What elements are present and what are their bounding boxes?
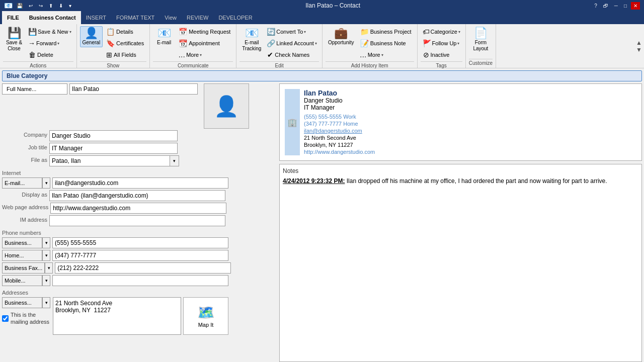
follow-up-button[interactable]: 🚩 Follow Up ▾: [421, 38, 462, 49]
form-layout-button[interactable]: 📄 FormLayout: [469, 26, 492, 53]
tags-group-label: Tags: [421, 61, 462, 68]
details-button[interactable]: 📋 Details: [104, 26, 146, 37]
biz-fax-type-button[interactable]: Business Fax...: [2, 262, 45, 274]
photo-area[interactable]: 👤: [204, 83, 249, 129]
inactive-button[interactable]: ⊘ Inactive: [421, 49, 462, 60]
maximize-button[interactable]: □: [622, 2, 629, 10]
title-bar-left: 📧 💾 ↩ ↪ ⬆ ⬇ ▾: [4, 2, 73, 10]
biz-card-email[interactable]: ilan@dangerstudio.com: [304, 128, 362, 134]
quick-up-icon[interactable]: ⬆: [47, 2, 55, 10]
fileas-input[interactable]: [49, 155, 170, 166]
title-bar: 📧 💾 ↩ ↪ ⬆ ⬇ ▾ Ilan Patao – Contact ? 🗗 ─…: [0, 0, 644, 11]
tab-developer[interactable]: DEVELOPER: [213, 11, 257, 24]
more-history-button[interactable]: … More ▾: [358, 49, 414, 60]
displayas-label: Display as: [2, 190, 47, 198]
ribbon-group-communicate: 📧 E-mail 📅 Meeting Request 📆 Appointment…: [150, 24, 236, 68]
jobtitle-input[interactable]: [49, 143, 178, 154]
history-group-label: Add History Item: [326, 61, 414, 68]
help-button[interactable]: ?: [592, 2, 599, 10]
convert-to-icon: 🔄: [267, 28, 275, 36]
phone-section: Phone numbers: [2, 229, 276, 236]
meeting-request-icon: 📅: [179, 28, 187, 36]
quick-save-icon[interactable]: 💾: [15, 2, 25, 10]
all-fields-button[interactable]: ⊞ All Fields: [104, 49, 146, 60]
email-tracking-button[interactable]: 📧 E-mailTracking: [239, 26, 264, 53]
window-title: Ilan Patao – Contact: [73, 2, 592, 9]
im-input[interactable]: [49, 215, 225, 226]
email-input[interactable]: [52, 177, 228, 189]
mobile-type-arrow[interactable]: ▾: [42, 275, 50, 286]
quick-undo-icon[interactable]: ↩: [27, 2, 35, 10]
minimize-button[interactable]: ─: [612, 2, 620, 10]
address-row: Business... ▾ This is the mailing addres…: [2, 297, 276, 335]
address-type-arrow[interactable]: ▾: [42, 297, 50, 308]
business-phone-type-arrow[interactable]: ▾: [42, 237, 50, 248]
save-new-arrow: ▾: [69, 30, 71, 34]
linked-account-label: Linked Account: [276, 40, 314, 46]
fullname-input[interactable]: [69, 83, 198, 95]
biz-card-website[interactable]: http://www.dangerstudio.com: [304, 149, 375, 155]
business-phone-input[interactable]: [52, 237, 228, 248]
home-phone-type-button[interactable]: Home...: [2, 250, 42, 261]
email-button[interactable]: 📧 E-mail: [153, 26, 175, 47]
tab-view[interactable]: View: [159, 11, 182, 24]
fullname-button[interactable]: Full Name...: [2, 83, 67, 95]
quick-redo-icon[interactable]: ↪: [37, 2, 45, 10]
delete-button[interactable]: 🗑 Delete: [26, 49, 73, 60]
communicate-group-label: Communicate: [153, 61, 233, 68]
check-names-icon: ✔: [267, 51, 273, 59]
biz-fax-type-arrow[interactable]: ▾: [45, 262, 53, 274]
map-button[interactable]: 🗺️ Map It: [183, 297, 228, 335]
more-communicate-button[interactable]: … More ▾: [176, 49, 233, 60]
follow-up-icon: 🚩: [423, 39, 431, 47]
quick-down-icon[interactable]: ⬇: [57, 2, 65, 10]
certificates-button[interactable]: 🔖 Certificates: [104, 38, 146, 49]
convert-to-button[interactable]: 🔄 Convert To ▾: [265, 26, 319, 37]
meeting-request-button[interactable]: 📅 Meeting Request: [176, 26, 233, 37]
address-textarea[interactable]: 21 North Second Ave Brooklyn, NY 11227: [53, 297, 181, 335]
forward-button[interactable]: → Forward ▾: [26, 38, 73, 49]
email-type-arrow[interactable]: ▾: [42, 177, 50, 189]
mobile-type-button[interactable]: Mobile...: [2, 275, 42, 286]
general-button[interactable]: 👤 General: [80, 26, 103, 47]
home-phone-type-arrow[interactable]: ▾: [42, 250, 50, 261]
webpage-input[interactable]: [50, 203, 226, 214]
save-close-button[interactable]: 💾 Save &Close: [3, 26, 25, 53]
opportunity-button[interactable]: 💼 Opportunity: [326, 26, 357, 47]
follow-up-label: Follow Up: [432, 40, 457, 46]
ribbon-group-show: 👤 General 📋 Details 🔖 Certificates ⊞ All…: [77, 24, 150, 68]
company-input[interactable]: [49, 130, 178, 141]
tab-format-text[interactable]: FORMAT TEXT: [111, 11, 159, 24]
biz-fax-row: Business Fax... ▾: [2, 262, 276, 274]
category-bar: Blue Category: [2, 70, 642, 81]
tab-business-contact[interactable]: Business Contact: [24, 11, 81, 24]
save-new-button[interactable]: 💾 Save & New ▾: [26, 26, 73, 37]
business-note-button[interactable]: 📝 Business Note: [358, 38, 414, 49]
home-phone-input[interactable]: [52, 250, 228, 261]
categorize-button[interactable]: 🏷 Categorize ▾: [421, 26, 462, 37]
biz-fax-input[interactable]: [55, 262, 231, 274]
quick-more-icon[interactable]: ▾: [67, 2, 73, 10]
tab-insert[interactable]: INSERT: [81, 11, 111, 24]
ribbon-scroll-button[interactable]: ▲▼: [636, 39, 642, 53]
business-phone-type-button[interactable]: Business...: [2, 237, 42, 248]
tab-file[interactable]: FILE: [2, 11, 24, 24]
email-type-button[interactable]: E-mail...: [2, 177, 42, 189]
linked-account-button[interactable]: 🔗 Linked Account ▾: [265, 38, 319, 49]
close-button[interactable]: ✕: [631, 2, 640, 10]
check-names-button[interactable]: ✔ Check Names: [265, 49, 319, 60]
mobile-input[interactable]: [52, 275, 228, 286]
biz-card-phone-work: (555) 555-5555 Work: [304, 114, 356, 120]
fileas-dropdown-button[interactable]: ▾: [170, 155, 179, 166]
appointment-button[interactable]: 📆 Appointment: [176, 38, 233, 49]
more-communicate-icon: …: [178, 51, 185, 59]
restore-button[interactable]: 🗗: [601, 2, 610, 10]
linked-account-arrow: ▾: [315, 41, 317, 46]
map-label: Map It: [198, 322, 214, 328]
displayas-input[interactable]: [49, 190, 225, 201]
forward-icon: →: [28, 39, 35, 47]
tab-review[interactable]: REVIEW: [182, 11, 213, 24]
business-project-button[interactable]: 📁 Business Project: [358, 26, 414, 37]
address-type-button[interactable]: Business...: [2, 297, 42, 308]
mailing-address-checkbox[interactable]: [2, 315, 9, 322]
